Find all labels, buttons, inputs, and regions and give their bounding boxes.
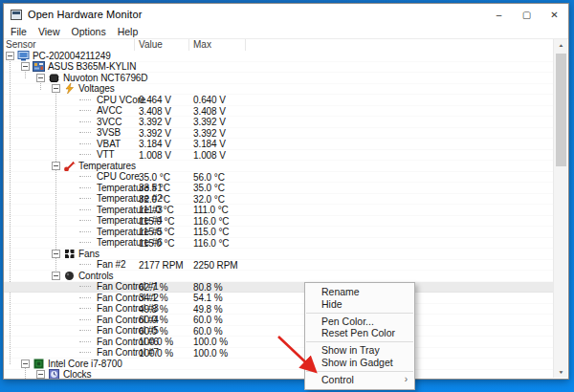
tree-row-label: Fan #2 [97, 259, 126, 270]
tree-row[interactable]: Temperature #232.0 °C32.0 °C [4, 194, 553, 206]
context-menu-item-show-in-gadget[interactable]: Show in Gadget [305, 357, 414, 369]
sensor-value: 3.392 V [139, 117, 171, 128]
sensor-max: 49.8 % [193, 304, 223, 316]
sensor-max: 2250 RPM [193, 260, 237, 272]
menubar-item-help[interactable]: Help [118, 26, 144, 37]
column-max[interactable]: Max [193, 39, 211, 50]
column-value[interactable]: Value [139, 39, 163, 50]
tree-row[interactable]: Fan Control #460.0 %60.0 % [4, 315, 553, 326]
tree-row[interactable]: Temperature #6115.0 °C116.0 °C [4, 238, 553, 250]
sensor-max: 3.184 V [193, 139, 226, 150]
tree-row[interactable]: Fan Control #6100.0 %100.0 % [4, 337, 553, 348]
tree-row[interactable]: Fan Control #234.1 %54.1 % [4, 293, 553, 304]
context-menu-item-hide[interactable]: Hide [305, 298, 414, 311]
context-menu-item-rename[interactable]: Rename [305, 286, 414, 298]
tree-row[interactable]: Fans [4, 249, 553, 260]
tree-branch-line [79, 176, 91, 177]
sensor-value: 62.7 % [139, 282, 168, 294]
context-menu-item-control[interactable]: Control› [305, 374, 414, 386]
sensor-value: 32.0 °C [139, 194, 170, 206]
sensor-tree: PC-202004211249ASUS B365M-KYLINNuvoton N… [4, 51, 553, 379]
tree-row[interactable]: 3VCC3.392 V3.392 V [4, 117, 553, 128]
context-menu-item-reset-pen-color[interactable]: Reset Pen Color [305, 327, 414, 339]
fan-icon [63, 249, 76, 259]
tree-row[interactable]: Voltages [4, 84, 553, 96]
temperature-icon [63, 161, 76, 171]
tree-row[interactable]: CPU Core35.0 °C56.0 °C [4, 172, 553, 184]
close-button[interactable]: ✕ [541, 4, 568, 25]
sensor-value: 3.408 V [139, 106, 171, 118]
sensor-value: 33.5 °C [139, 183, 170, 194]
sensor-max: 116.0 °C [193, 238, 229, 250]
menubar-item-view[interactable]: View [38, 26, 66, 37]
tree-row-label: ASUS B365M-KYLIN [48, 61, 136, 72]
tree-row-label: Voltages [78, 83, 115, 94]
sensor-value: 60.0 % [139, 315, 168, 326]
tree-row[interactable]: Fan Control #7100.0 %100.0 % [4, 348, 553, 359]
tree-expander-icon[interactable] [52, 272, 60, 280]
column-divider [245, 39, 246, 51]
scroll-down-icon[interactable]: ▼ [556, 368, 567, 375]
menubar-item-options[interactable]: Options [72, 26, 112, 37]
tree-row[interactable]: ASUS B365M-KYLIN [4, 62, 553, 74]
title-bar[interactable]: Open Hardware Monitor – ▢ ✕ [4, 4, 568, 25]
vertical-scrollbar[interactable]: ▲ ▼ [553, 39, 567, 378]
tree-expander-icon[interactable] [36, 370, 45, 379]
tree-branch-line [79, 341, 91, 342]
scroll-up-icon[interactable]: ▲ [556, 41, 567, 48]
tree-row[interactable]: Fan #22177 RPM2250 RPM [4, 260, 553, 272]
tree-expander-icon[interactable] [21, 359, 30, 368]
sensor-value: 3.392 V [139, 128, 171, 140]
tree-row[interactable]: Temperature #5115.0 °C115.0 °C [4, 227, 553, 238]
tree-row[interactable]: Intel Core i7-8700 [4, 359, 553, 370]
tree-expander-icon[interactable] [21, 62, 30, 71]
mainboard-icon [33, 61, 45, 72]
tree-row[interactable]: Temperature #133.5 °C35.0 °C [4, 183, 553, 194]
column-sensor[interactable]: Sensor [6, 39, 36, 50]
tree-row[interactable]: AVCC3.408 V3.408 V [4, 106, 553, 118]
sensor-max: 115.0 °C [193, 227, 229, 238]
sensor-max: 3.408 V [193, 106, 226, 118]
tree-expander-icon[interactable] [36, 74, 45, 82]
tree-row[interactable]: PC-202004211249 [4, 51, 553, 62]
sensor-max: 111.0 °C [193, 205, 229, 216]
tree-row[interactable]: VBAT3.184 V3.184 V [4, 139, 553, 150]
tree-row[interactable]: Nuvoton NCT6796D [4, 73, 553, 84]
tree-row[interactable]: Temperature #4115.0 °C116.0 °C [4, 216, 553, 228]
tree-branch-line [79, 110, 91, 111]
tree-row-label: VTT [97, 149, 115, 160]
context-menu-item-show-in-tray[interactable]: Show in Tray [305, 344, 414, 357]
tree-expander-icon[interactable] [52, 84, 60, 93]
tree-row[interactable]: CPU VCore0.464 V0.640 V [4, 95, 553, 106]
sensor-value: 1.008 V [139, 150, 171, 162]
tree-row[interactable]: Temperature #3111.0 °C111.0 °C [4, 205, 553, 216]
tree-row[interactable]: Temperatures [4, 161, 553, 172]
maximize-button[interactable]: ▢ [513, 4, 541, 25]
tree-row[interactable]: Fan Control #349.8 %49.8 % [4, 304, 553, 316]
tree-expander-icon[interactable] [6, 52, 14, 60]
context-menu-item-pen-color[interactable]: Pen Color... [305, 316, 414, 328]
tree-expander-icon[interactable] [52, 162, 60, 170]
tree-row[interactable]: Fan Control #162.7 %80.8 % [4, 282, 553, 294]
minimize-button[interactable]: – [485, 4, 513, 25]
sensor-max: 3.392 V [193, 128, 226, 140]
tree-row[interactable]: Fan Control #560.0 %60.0 % [4, 326, 553, 338]
cpu-icon [33, 359, 45, 369]
sensor-value: 60.0 % [139, 326, 168, 338]
tree-row[interactable]: Clocks [4, 370, 553, 380]
sensor-max: 100.0 % [193, 337, 228, 348]
tree-row[interactable]: 3VSB3.392 V3.392 V [4, 128, 553, 140]
tree-expander-icon[interactable] [52, 250, 60, 258]
sensor-value: 49.8 % [139, 304, 168, 316]
column-divider [188, 39, 189, 51]
tree-branch-line [79, 209, 91, 210]
tree-branch-line [79, 198, 91, 199]
scrollbar-thumb[interactable] [556, 54, 566, 166]
tree-row[interactable]: VTT1.008 V1.008 V [4, 150, 553, 162]
menubar-item-file[interactable]: File [11, 26, 33, 37]
tree-row-label: VBAT [97, 139, 121, 149]
tree-row[interactable]: Controls [4, 271, 553, 282]
tree-row-label: Clocks [63, 369, 91, 379]
tree-row-label: Fans [78, 249, 99, 259]
tree-branch-line [79, 264, 91, 265]
